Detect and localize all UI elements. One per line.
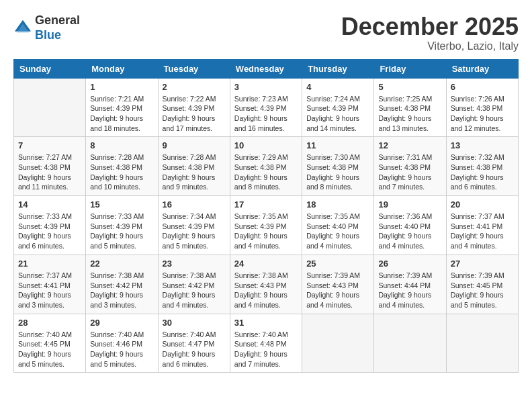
day-info: Sunrise: 7:38 AM Sunset: 4:42 PM Dayligh…: [163, 271, 226, 310]
day-number: 23: [163, 259, 226, 269]
calendar-cell: 19Sunrise: 7:36 AM Sunset: 4:40 PM Dayli…: [374, 196, 446, 255]
day-info: Sunrise: 7:40 AM Sunset: 4:48 PM Dayligh…: [234, 330, 298, 369]
calendar-week-row: 28Sunrise: 7:40 AM Sunset: 4:45 PM Dayli…: [14, 314, 519, 373]
day-info: Sunrise: 7:22 AM Sunset: 4:39 PM Dayligh…: [163, 94, 226, 134]
day-info: Sunrise: 7:40 AM Sunset: 4:45 PM Dayligh…: [18, 330, 81, 369]
logo-icon: [13, 19, 32, 38]
calendar-cell: 31Sunrise: 7:40 AM Sunset: 4:48 PM Dayli…: [230, 314, 302, 373]
logo: General Blue: [13, 13, 80, 42]
calendar-cell: [374, 314, 446, 373]
logo-blue: Blue: [35, 28, 80, 43]
day-number: 13: [451, 140, 514, 150]
day-info: Sunrise: 7:21 AM Sunset: 4:39 PM Dayligh…: [90, 94, 153, 134]
calendar-cell: 3Sunrise: 7:23 AM Sunset: 4:39 PM Daylig…: [230, 78, 302, 137]
title-area: December 2025 Viterbo, Lazio, Italy: [341, 13, 519, 52]
day-number: 4: [306, 82, 369, 92]
calendar-cell: [446, 314, 518, 373]
day-info: Sunrise: 7:40 AM Sunset: 4:46 PM Dayligh…: [90, 330, 153, 369]
calendar-cell: 15Sunrise: 7:33 AM Sunset: 4:39 PM Dayli…: [86, 196, 158, 255]
day-number: 11: [306, 140, 369, 150]
calendar-day-header: Friday: [374, 59, 446, 78]
day-info: Sunrise: 7:33 AM Sunset: 4:39 PM Dayligh…: [18, 212, 81, 251]
calendar-cell: 2Sunrise: 7:22 AM Sunset: 4:39 PM Daylig…: [158, 78, 230, 137]
day-number: 19: [378, 199, 441, 210]
day-info: Sunrise: 7:27 AM Sunset: 4:38 PM Dayligh…: [18, 152, 81, 192]
calendar-week-row: 1Sunrise: 7:21 AM Sunset: 4:39 PM Daylig…: [14, 78, 519, 137]
day-info: Sunrise: 7:25 AM Sunset: 4:38 PM Dayligh…: [378, 94, 441, 134]
day-number: 20: [451, 199, 514, 210]
day-number: 3: [234, 82, 298, 92]
calendar-cell: 4Sunrise: 7:24 AM Sunset: 4:39 PM Daylig…: [302, 78, 374, 137]
day-number: 8: [90, 140, 153, 150]
calendar-cell: 17Sunrise: 7:35 AM Sunset: 4:39 PM Dayli…: [230, 196, 302, 255]
day-number: 21: [18, 259, 81, 269]
logo-general: General: [35, 13, 80, 28]
calendar-cell: 16Sunrise: 7:34 AM Sunset: 4:39 PM Dayli…: [158, 196, 230, 255]
calendar-cell: 28Sunrise: 7:40 AM Sunset: 4:45 PM Dayli…: [14, 314, 86, 373]
calendar-cell: 21Sunrise: 7:37 AM Sunset: 4:41 PM Dayli…: [14, 255, 86, 314]
page-header: General Blue December 2025 Viterbo, Lazi…: [13, 13, 519, 52]
calendar-cell: 7Sunrise: 7:27 AM Sunset: 4:38 PM Daylig…: [14, 137, 86, 196]
day-info: Sunrise: 7:35 AM Sunset: 4:39 PM Dayligh…: [234, 212, 298, 251]
calendar-day-header: Sunday: [14, 59, 86, 78]
calendar-header-row: SundayMondayTuesdayWednesdayThursdayFrid…: [14, 59, 519, 78]
day-number: 9: [163, 140, 226, 150]
day-info: Sunrise: 7:39 AM Sunset: 4:44 PM Dayligh…: [378, 271, 441, 310]
day-info: Sunrise: 7:26 AM Sunset: 4:38 PM Dayligh…: [451, 94, 514, 134]
day-number: 31: [234, 318, 298, 328]
logo-text: General Blue: [35, 13, 80, 42]
calendar-cell: 30Sunrise: 7:40 AM Sunset: 4:47 PM Dayli…: [158, 314, 230, 373]
day-number: 24: [234, 259, 298, 269]
day-info: Sunrise: 7:40 AM Sunset: 4:47 PM Dayligh…: [163, 330, 226, 369]
calendar-cell: 1Sunrise: 7:21 AM Sunset: 4:39 PM Daylig…: [86, 78, 158, 137]
day-number: 5: [378, 82, 441, 92]
day-info: Sunrise: 7:23 AM Sunset: 4:39 PM Dayligh…: [234, 94, 298, 134]
day-info: Sunrise: 7:30 AM Sunset: 4:38 PM Dayligh…: [306, 152, 369, 192]
day-info: Sunrise: 7:37 AM Sunset: 4:41 PM Dayligh…: [451, 212, 514, 251]
calendar-cell: 20Sunrise: 7:37 AM Sunset: 4:41 PM Dayli…: [446, 196, 518, 255]
calendar-cell: 22Sunrise: 7:38 AM Sunset: 4:42 PM Dayli…: [86, 255, 158, 314]
calendar-cell: [14, 78, 86, 137]
calendar-cell: 5Sunrise: 7:25 AM Sunset: 4:38 PM Daylig…: [374, 78, 446, 137]
day-number: 28: [18, 318, 81, 328]
calendar-cell: 13Sunrise: 7:32 AM Sunset: 4:38 PM Dayli…: [446, 137, 518, 196]
day-number: 25: [306, 259, 369, 269]
calendar-week-row: 21Sunrise: 7:37 AM Sunset: 4:41 PM Dayli…: [14, 255, 519, 314]
day-number: 30: [163, 318, 226, 328]
day-number: 29: [90, 318, 153, 328]
calendar-cell: [302, 314, 374, 373]
calendar-cell: 10Sunrise: 7:29 AM Sunset: 4:38 PM Dayli…: [230, 137, 302, 196]
day-info: Sunrise: 7:29 AM Sunset: 4:38 PM Dayligh…: [234, 152, 298, 192]
location: Viterbo, Lazio, Italy: [341, 40, 519, 52]
day-number: 14: [18, 199, 81, 210]
day-info: Sunrise: 7:38 AM Sunset: 4:42 PM Dayligh…: [90, 271, 153, 310]
calendar-table: SundayMondayTuesdayWednesdayThursdayFrid…: [13, 59, 519, 373]
day-number: 1: [90, 82, 153, 92]
day-number: 16: [163, 199, 226, 210]
calendar-cell: 18Sunrise: 7:35 AM Sunset: 4:40 PM Dayli…: [302, 196, 374, 255]
day-info: Sunrise: 7:36 AM Sunset: 4:40 PM Dayligh…: [378, 212, 441, 251]
day-number: 7: [18, 140, 81, 150]
calendar-cell: 23Sunrise: 7:38 AM Sunset: 4:42 PM Dayli…: [158, 255, 230, 314]
day-number: 26: [378, 259, 441, 269]
day-info: Sunrise: 7:28 AM Sunset: 4:38 PM Dayligh…: [90, 152, 153, 192]
day-info: Sunrise: 7:31 AM Sunset: 4:38 PM Dayligh…: [378, 152, 441, 192]
calendar-cell: 6Sunrise: 7:26 AM Sunset: 4:38 PM Daylig…: [446, 78, 518, 137]
day-info: Sunrise: 7:39 AM Sunset: 4:43 PM Dayligh…: [306, 271, 369, 310]
calendar-cell: 12Sunrise: 7:31 AM Sunset: 4:38 PM Dayli…: [374, 137, 446, 196]
calendar-day-header: Saturday: [446, 59, 518, 78]
day-info: Sunrise: 7:35 AM Sunset: 4:40 PM Dayligh…: [306, 212, 369, 251]
calendar-day-header: Wednesday: [230, 59, 302, 78]
day-number: 6: [451, 82, 514, 92]
day-number: 15: [90, 199, 153, 210]
calendar-week-row: 14Sunrise: 7:33 AM Sunset: 4:39 PM Dayli…: [14, 196, 519, 255]
month-title: December 2025: [341, 13, 519, 40]
calendar-cell: 26Sunrise: 7:39 AM Sunset: 4:44 PM Dayli…: [374, 255, 446, 314]
day-info: Sunrise: 7:39 AM Sunset: 4:45 PM Dayligh…: [451, 271, 514, 310]
calendar-cell: 29Sunrise: 7:40 AM Sunset: 4:46 PM Dayli…: [86, 314, 158, 373]
day-info: Sunrise: 7:32 AM Sunset: 4:38 PM Dayligh…: [451, 152, 514, 192]
calendar-cell: 8Sunrise: 7:28 AM Sunset: 4:38 PM Daylig…: [86, 137, 158, 196]
calendar-day-header: Thursday: [302, 59, 374, 78]
day-info: Sunrise: 7:37 AM Sunset: 4:41 PM Dayligh…: [18, 271, 81, 310]
day-number: 22: [90, 259, 153, 269]
